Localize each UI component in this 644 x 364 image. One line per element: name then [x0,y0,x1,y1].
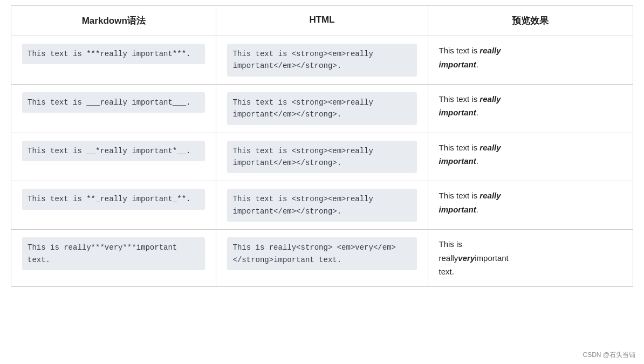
preview-cell: This isreallyveryimportanttext. [428,230,633,287]
html-code: This text is <strong><em>really importan… [227,44,416,77]
preview-normal-text: This is [439,239,462,249]
preview-normal-text: This text is [439,94,480,104]
html-cell: This text is <strong><em>really importan… [216,84,428,133]
html-cell: This text is <strong><em>really importan… [216,181,428,230]
markdown-code: This text is ___really important___. [22,92,205,113]
preview-cell: This text is reallyimportant. [428,36,633,85]
preview-suffix-text: . [476,156,478,166]
html-code: This text is <strong><em>really importan… [227,189,416,222]
preview-cell: This text is reallyimportant. [428,181,633,230]
html-cell: This text is <strong><em>really importan… [216,36,428,85]
header-preview: 预览效果 [428,6,633,36]
markdown-cell: This is really***very***important text. [11,230,216,287]
table-row: This is really***very***important text.T… [11,230,633,287]
table-row: This text is ***really important***.This… [11,36,633,85]
markdown-cell: This text is __*really important*__. [11,133,216,181]
html-code: This text is <strong><em>really importan… [227,92,416,125]
watermark: CSDN @石头当铺 [583,351,635,360]
preview-suffix-text: . [476,60,478,69]
markdown-cell: This text is ***really important***. [11,36,216,85]
markdown-cell: This text is **_really important_**. [11,181,216,230]
html-code: This is really<strong> <em>very</em></st… [227,237,416,270]
preview-normal-text: This text is [439,46,480,55]
preview-suffix-text: . [476,108,478,117]
header-html: HTML [216,6,428,36]
html-cell: This is really<strong> <em>very</em></st… [216,230,428,287]
preview-normal-text: This text is [439,191,480,200]
html-cell: This text is <strong><em>really importan… [216,133,428,181]
table-row: This text is ___really important___.This… [11,84,633,133]
preview-bold-italic-text: very [458,253,475,263]
markdown-code: This is really***very***important text. [22,237,205,270]
markdown-code: This text is ***really important***. [22,44,205,64]
page-wrapper: Markdown语法 HTML 预览效果 This text is ***rea… [0,0,644,364]
markdown-code: This text is __*really important*__. [22,141,205,161]
markdown-cell: This text is ___really important___. [11,84,216,133]
preview-cell: This text is reallyimportant. [428,133,633,181]
table-row: This text is __*really important*__.This… [11,133,633,181]
preview-suffix-text: . [476,205,478,214]
preview-suffix-text: important [475,253,509,263]
main-table: Markdown语法 HTML 预览效果 This text is ***rea… [11,5,633,287]
html-code: This text is <strong><em>really importan… [227,141,416,174]
preview-normal-text: really [439,253,458,263]
markdown-code: This text is **_really important_**. [22,189,205,209]
preview-suffix-text: text. [439,267,454,276]
preview-normal-text: This text is [439,143,480,152]
table-row: This text is **_really important_**.This… [11,181,633,230]
header-markdown: Markdown语法 [11,6,216,36]
preview-cell: This text is reallyimportant. [428,84,633,133]
